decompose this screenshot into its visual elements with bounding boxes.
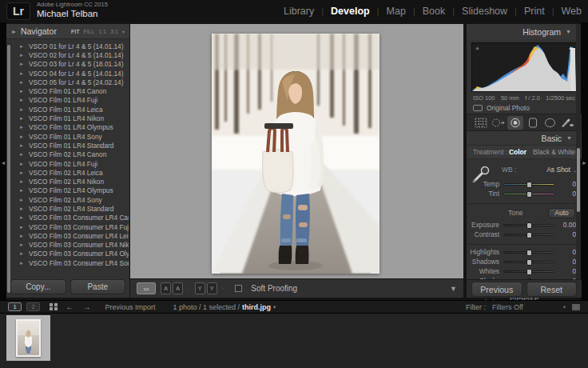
filename-caret-icon[interactable]: ▾ bbox=[273, 304, 276, 310]
preset-expand-icon[interactable]: ► bbox=[19, 206, 24, 211]
preset-item[interactable]: ► VSCO Film 02 LR4 Leica bbox=[12, 168, 129, 177]
auto-tone-button[interactable]: Auto bbox=[548, 208, 575, 218]
temp-slider[interactable] bbox=[503, 183, 554, 186]
module-develop[interactable]: Develop bbox=[331, 6, 370, 17]
reset-button[interactable]: Reset bbox=[526, 282, 578, 297]
preset-expand-icon[interactable]: ► bbox=[19, 251, 24, 256]
preset-expand-icon[interactable]: ► bbox=[19, 179, 24, 184]
current-filename[interactable]: third.jpg bbox=[242, 303, 271, 311]
source-breadcrumb[interactable]: Previous Import bbox=[105, 303, 156, 311]
preset-item[interactable]: ► VSCO Film 02 LR4 Standard bbox=[12, 204, 129, 213]
before-after-left-icon[interactable]: A bbox=[161, 282, 171, 294]
preset-item[interactable]: ► VSCO Film 01 LR4 Fuji bbox=[12, 96, 129, 105]
preset-item[interactable]: ► VSCO Film 01 LR4 Sony bbox=[12, 132, 129, 141]
preset-expand-icon[interactable]: ► bbox=[19, 53, 24, 58]
before-after-right-icon[interactable]: A bbox=[173, 282, 183, 294]
temp-slider-thumb[interactable] bbox=[526, 182, 532, 188]
preset-item[interactable]: ► VSCO Film 02 LR4 Nikon bbox=[12, 177, 129, 186]
right-panel-scrollbar[interactable] bbox=[576, 24, 581, 298]
preset-item[interactable]: ► VSCO Film 03 Consumer LR4 Nikon bbox=[12, 241, 129, 250]
preset-expand-icon[interactable]: ► bbox=[19, 143, 24, 148]
preset-expand-icon[interactable]: ► bbox=[19, 89, 24, 94]
preset-expand-icon[interactable]: ► bbox=[19, 107, 24, 112]
grid-view-icon[interactable] bbox=[50, 303, 58, 311]
preset-expand-icon[interactable]: ► bbox=[19, 71, 24, 76]
crop-overlay-icon[interactable] bbox=[473, 116, 489, 130]
contrast-slider[interactable] bbox=[503, 234, 554, 236]
go-back-arrow-icon[interactable]: ← bbox=[66, 302, 74, 311]
preset-expand-icon[interactable]: ► bbox=[19, 134, 24, 139]
whites-slider[interactable] bbox=[503, 270, 554, 273]
treatment-bw-button[interactable]: Black & White bbox=[533, 148, 575, 156]
zoom-caret-icon[interactable]: ▾ bbox=[122, 29, 125, 34]
soft-proofing-checkbox[interactable] bbox=[235, 285, 242, 292]
preset-item[interactable]: ► VSCO Film 02 LR4 Sony bbox=[12, 195, 129, 204]
preset-expand-icon[interactable]: ► bbox=[19, 242, 24, 247]
highlight-clipping-icon[interactable]: ▲ bbox=[568, 45, 574, 50]
exposure-slider[interactable] bbox=[503, 224, 554, 226]
preset-expand-icon[interactable]: ► bbox=[19, 62, 24, 66]
preset-expand-icon[interactable]: ► bbox=[19, 152, 24, 157]
filmstrip-thumbnail[interactable] bbox=[16, 319, 41, 357]
highlights-slider[interactable] bbox=[503, 251, 554, 254]
split-view-right-icon[interactable]: Y bbox=[207, 282, 217, 294]
module-slideshow[interactable]: Slideshow bbox=[462, 6, 507, 17]
right-panel-collapse-strip[interactable]: ► bbox=[581, 22, 588, 300]
preset-item[interactable]: ► VSCO 04 for Lr 4 & 5 (14.01.14) bbox=[12, 69, 129, 78]
preset-item[interactable]: ► VSCO 02 for Lr 4 & 5 (14.01.14) bbox=[12, 50, 129, 59]
preset-item[interactable]: ► VSCO Film 01 LR4 Standard bbox=[12, 141, 129, 150]
preset-expand-icon[interactable]: ► bbox=[19, 44, 24, 49]
preset-item[interactable]: ► VSCO 01 for Lr 4 & 5 (14.01.14) bbox=[12, 42, 129, 50]
preset-item[interactable]: ► VSCO Film 03 Consumer LR4 Leica bbox=[12, 231, 129, 240]
loupe-view-icon[interactable]: ▭ bbox=[137, 282, 156, 294]
preset-expand-icon[interactable]: ► bbox=[19, 80, 24, 85]
preset-item[interactable]: ► VSCO Film 03 Consumer LR4 Fuji bbox=[12, 222, 129, 231]
histogram-graph[interactable]: ▲ ▲ bbox=[471, 42, 577, 92]
wb-value-dropdown[interactable]: As Shot bbox=[546, 166, 570, 174]
preset-expand-icon[interactable]: ► bbox=[19, 215, 24, 220]
zoom-3-1[interactable]: 3:1 bbox=[110, 29, 118, 34]
zoom-fill[interactable]: FILL bbox=[84, 29, 95, 34]
left-panel-collapse-strip[interactable]: ◄ bbox=[0, 22, 6, 300]
preset-expand-icon[interactable]: ► bbox=[19, 225, 24, 230]
preset-expand-icon[interactable]: ► bbox=[19, 170, 24, 175]
tint-slider[interactable] bbox=[503, 193, 554, 195]
preset-item[interactable]: ► VSCO Film 01 LR4 Nikon bbox=[12, 114, 129, 122]
toolbar-options-caret-icon[interactable]: ▼ bbox=[450, 285, 457, 293]
shadow-clipping-icon[interactable]: ▲ bbox=[475, 45, 480, 50]
preset-item[interactable]: ► VSCO Film 03 Consumer LR4 Canon bbox=[12, 214, 129, 222]
copy-button[interactable]: Copy... bbox=[10, 279, 66, 294]
radial-filter-icon[interactable] bbox=[542, 116, 558, 130]
shadows-slider[interactable] bbox=[503, 261, 554, 263]
preset-item[interactable]: ► VSCO 03 for Lr 4 & 5 (18.01.14) bbox=[12, 60, 129, 69]
tint-slider-thumb[interactable] bbox=[526, 191, 532, 198]
previous-button[interactable]: Previous bbox=[471, 282, 522, 297]
module-map[interactable]: Map bbox=[387, 6, 406, 17]
navigator-header[interactable]: ► Navigator FIT FILL 1:1 3:1 ▾ bbox=[6, 24, 129, 39]
original-photo-row[interactable]: Original Photo bbox=[473, 104, 530, 112]
module-book[interactable]: Book bbox=[423, 6, 446, 17]
right-panel-scrollbar-thumb[interactable] bbox=[577, 148, 580, 212]
photo[interactable] bbox=[212, 34, 379, 274]
module-print[interactable]: Print bbox=[524, 6, 545, 17]
preset-expand-icon[interactable]: ► bbox=[19, 261, 24, 266]
preset-item[interactable]: ► VSCO Film 03 Consumer LR4 Sony bbox=[12, 258, 129, 267]
filter-toggle-icon[interactable] bbox=[572, 304, 580, 310]
preset-expand-icon[interactable]: ► bbox=[19, 125, 24, 130]
spot-removal-icon[interactable] bbox=[491, 116, 507, 130]
go-forward-arrow-icon[interactable]: → bbox=[83, 302, 91, 311]
preset-expand-icon[interactable]: ► bbox=[19, 234, 24, 238]
histogram-header[interactable]: Histogram ▼ bbox=[467, 24, 581, 39]
module-web[interactable]: Web bbox=[562, 6, 582, 17]
red-eye-icon[interactable] bbox=[507, 116, 523, 130]
main-window-button[interactable]: 1 bbox=[8, 302, 22, 311]
preset-item[interactable]: ► VSCO Film 02 LR4 Fuji bbox=[12, 159, 129, 168]
preset-item[interactable]: ► VSCO 05 for Lr 4 & 5 (24.02.14) bbox=[12, 78, 129, 86]
paste-button[interactable]: Paste bbox=[70, 279, 126, 294]
adjustment-brush-icon[interactable] bbox=[559, 116, 575, 130]
preset-item[interactable]: ► VSCO Film 02 LR4 Canon bbox=[12, 150, 129, 159]
preset-item[interactable]: ► VSCO Film 01 LR4 Canon bbox=[12, 86, 129, 95]
preset-list-scrollbar[interactable] bbox=[7, 45, 10, 293]
basic-panel-header[interactable]: Basic ▼ bbox=[467, 131, 582, 146]
preset-expand-icon[interactable]: ► bbox=[19, 98, 24, 102]
